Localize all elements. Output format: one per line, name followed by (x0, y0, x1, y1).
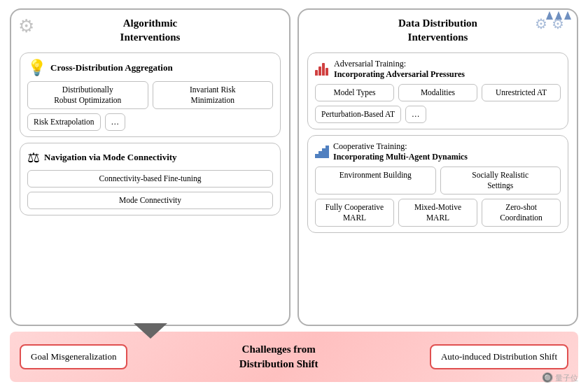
watermark: 🔘 量子位 (542, 372, 578, 383)
main-container: ⚙ Algorithmic Interventions 💡 Cross-Dist… (0, 0, 588, 389)
tag-perturbation-at: Perturbation-Based AT (315, 106, 401, 123)
tag-row-3: Connectivity-based Fine-tuning (27, 170, 273, 188)
adversarial-header: Adversarial Training: Incorporating Adve… (315, 59, 561, 80)
adversarial-tag-row-2: Perturbation-Based AT … (315, 106, 561, 123)
tag-mode-connectivity: Mode Connectivity (27, 192, 273, 209)
cooperative-title-normal: Cooperative Training: (333, 141, 468, 152)
tag-distributionally-robust: Distributionally Robust Optimization (27, 81, 148, 109)
gear-icon-right-1: ⚙ (535, 15, 547, 32)
sub-panel-cross-distribution: 💡 Cross-Distribution Aggregation Distrib… (20, 52, 281, 137)
tag-modalities: Modalities (398, 84, 477, 101)
sub-panel-cooperative: Cooperative Training: Incorporating Mult… (307, 135, 568, 233)
bottom-title: Challenges from Distribution Shift (137, 342, 420, 372)
adversarial-title-normal: Adversarial Training: (334, 59, 465, 69)
stairs-icon (315, 146, 329, 158)
gear-icon-right-2: ⚙ (552, 15, 564, 32)
cooperative-title-bold: Incorporating Multi-Agent Dynamics (333, 152, 468, 162)
top-section: ⚙ Algorithmic Interventions 💡 Cross-Dist… (10, 8, 578, 326)
tag-invariant-risk: Invariant Risk Minimization (153, 81, 274, 109)
adversarial-title-bold: Incorporating Adversarial Pressures (334, 69, 465, 80)
scale-icon: ⚖ (27, 149, 40, 166)
tag-row-2: Risk Extrapolation … (27, 113, 273, 131)
sub-panel-adversarial: Adversarial Training: Incorporating Adve… (307, 52, 568, 129)
tag-row-4: Mode Connectivity (27, 192, 273, 209)
left-panel: ⚙ Algorithmic Interventions 💡 Cross-Dist… (10, 8, 290, 326)
tag-mixed-motive: Mixed-Motive MARL (398, 199, 477, 227)
sub-panel-title-cross: Cross-Distribution Aggregation (50, 62, 173, 73)
right-panel-title: Data Distribution Interventions (307, 17, 568, 44)
gear-icon-left: ⚙ (18, 15, 34, 37)
adversarial-tag-row-1: Model Types Modalities Unrestricted AT (315, 84, 561, 101)
auto-induced-box: Auto-induced Distribution Shift (430, 344, 568, 369)
sub-panel-navigation: ⚖ Navigation via Mode Connectivity Conne… (20, 143, 281, 215)
right-panel: ⚙ ⚙ Data Distribution Interventions Adve… (298, 8, 578, 326)
goal-misgeneralization-box: Goal Misgeneralization (20, 344, 127, 369)
triangle-arrow (134, 323, 167, 339)
bar-chart-icon (315, 63, 328, 76)
arrow-up-3 (564, 11, 571, 20)
tag-environment-building: Environment Building (315, 167, 436, 194)
left-panel-title: Algorithmic Interventions (20, 17, 281, 44)
sub-panel-title-nav: Navigation via Mode Connectivity (44, 152, 177, 163)
cooperative-tag-row-2: Fully Cooperative MARL Mixed-Motive MARL… (315, 199, 561, 227)
adversarial-title: Adversarial Training: Incorporating Adve… (334, 59, 465, 80)
tag-unrestricted-at: Unrestricted AT (482, 84, 561, 101)
tag-row-1: Distributionally Robust Optimization Inv… (27, 81, 273, 109)
tag-model-types: Model Types (315, 84, 394, 101)
tag-risk-extrapolation: Risk Extrapolation (27, 113, 101, 131)
cooperative-title: Cooperative Training: Incorporating Mult… (333, 141, 468, 162)
cooperative-tag-row-1: Environment Building Socially Realistic … (315, 167, 561, 194)
sub-panel-header-1: 💡 Cross-Distribution Aggregation (27, 59, 273, 77)
tag-ellipsis-2: … (405, 106, 426, 123)
bottom-content: Goal Misgeneralization Challenges from D… (10, 342, 578, 372)
tag-connectivity-finetuning: Connectivity-based Fine-tuning (27, 170, 273, 188)
tag-zeroshot-coord: Zero-shot Coordination (482, 199, 561, 227)
tag-fully-cooperative: Fully Cooperative MARL (315, 199, 394, 227)
cooperative-header: Cooperative Training: Incorporating Mult… (315, 141, 561, 162)
bulb-icon: 💡 (27, 59, 46, 77)
bottom-section: Goal Misgeneralization Challenges from D… (10, 332, 578, 382)
sub-panel-header-2: ⚖ Navigation via Mode Connectivity (27, 149, 273, 166)
tag-socially-realistic: Socially Realistic Settings (440, 167, 561, 194)
tag-ellipsis-1: … (105, 113, 126, 131)
